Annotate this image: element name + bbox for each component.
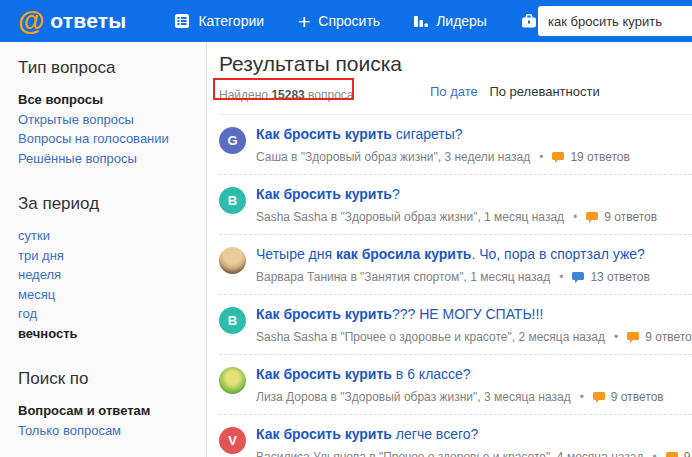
title-rest: сигареты? [392,126,463,142]
title-highlight: Как бросить курить [256,186,392,202]
question-meta: Sasha Sasha в "Прочее о здоровье и красо… [256,330,692,344]
chat-bubble-icon [627,332,639,343]
section-title: Поиск по [18,369,194,389]
title-rest: ??? НЕ МОГУ СПАТЬ!!! [392,306,543,322]
answers-count[interactable]: 9 ответов [593,390,664,404]
result-item: Как бросить курить в 6 классе? Лиза Доро… [219,354,692,414]
search-results-panel: Результаты поиска Найдено 15283 вопроса … [208,42,692,457]
logo-text: ответы [50,9,126,33]
meta-text: Василиса Ульянова в "Прочее о здоровье и… [256,450,644,457]
filter-open-questions[interactable]: Открытые вопросы [18,110,194,130]
nav-ask[interactable]: + Спросить [298,11,380,32]
result-item: B Как бросить курить??? НЕ МОГУ СПАТЬ!!!… [219,294,692,354]
plus-icon: + [298,11,310,32]
section-title: За период [18,194,194,214]
chat-bubble-icon [552,152,564,163]
result-item: G Как бросить курить сигареты? Саша в "З… [219,115,692,174]
page-title: Результаты поиска [219,52,692,76]
avatar-photo[interactable] [219,247,246,274]
bullet-separator: • [580,390,584,404]
answers-label: 9 ответов [645,330,692,344]
sort-by-relevance-link[interactable]: По релевантности [489,84,599,99]
chat-bubble-icon [572,272,584,283]
title-highlight: Как бросить курить [256,126,392,142]
found-prefix: Найдено [219,88,268,102]
filter-period-year[interactable]: год [18,304,194,324]
meta-text: Саша в "Здоровый образ жизни", 3 недели … [256,150,530,164]
briefcase-icon [521,13,537,29]
avatar[interactable]: B [219,307,246,334]
question-meta: Лиза Дорова в "Здоровый образ жизни", 3 … [256,390,692,404]
chat-bubble-icon [586,212,598,223]
meta-text: Варвара Танина в "Занятия спортом", 1 ме… [256,270,550,284]
filter-period-eternity[interactable]: вечность [18,324,194,344]
filter-all-questions[interactable]: Все вопросы [18,90,194,110]
section-title: Тип вопроса [18,58,194,78]
answers-count[interactable]: 9 ответов [627,330,692,344]
result-item: B Как бросить курить? Sasha Sasha в "Здо… [219,174,692,234]
question-meta: Варвара Танина в "Занятия спортом", 1 ме… [256,270,692,284]
answers-label: 9 ответов [684,450,692,457]
filter-search-qa[interactable]: Вопросам и ответам [18,401,194,421]
chat-bubble-icon [666,452,678,457]
found-count: 15283 [271,88,304,102]
otvety-logo[interactable]: @ ответы [18,8,126,35]
meta-text: Sasha Sasha в "Здоровый образ жизни", 1 … [256,210,564,224]
filter-period-week[interactable]: неделя [18,265,194,285]
question-meta: Василиса Ульянова в "Прочее о здоровье и… [256,450,692,457]
nav-leaders-label: Лидеры [436,13,487,29]
question-title[interactable]: Как бросить курить сигареты? [256,125,692,143]
top-header: @ ответы Категории + Спросить Лидеры Для… [0,0,692,42]
search-input[interactable] [538,6,692,36]
question-title[interactable]: Как бросить курить? [256,185,692,203]
title-rest: в 6 классе? [392,366,471,382]
sort-by-date-link[interactable]: По дате [430,84,478,99]
result-item: Четыре дня как бросила курить. Чо, пора … [219,234,692,294]
filter-period-3days[interactable]: три дня [18,246,194,266]
avatar[interactable]: B [219,187,246,214]
answers-label: 19 ответов [570,150,630,164]
filter-search-questions-only[interactable]: Только вопросам [18,421,194,441]
nav-categories[interactable]: Категории [174,13,264,29]
bullet-separator: • [614,330,618,344]
title-highlight: Как бросить курить [256,306,392,322]
nav-categories-label: Категории [198,13,264,29]
title-rest: . Чо, пора в спортзал уже? [471,246,644,262]
grid-icon [174,13,190,29]
nav-leaders[interactable]: Лидеры [414,13,487,29]
bar-chart-icon [414,14,428,29]
question-title[interactable]: Как бросить курить в 6 классе? [256,365,692,383]
filter-section-search-in: Поиск по Вопросам и ответам Только вопро… [18,369,194,440]
filter-section-period: За период сутки три дня неделя месяц год… [18,194,194,343]
mail-at-icon: @ [18,8,44,35]
title-prefix: Четыре дня [256,246,336,262]
title-highlight: как бросила курить [336,246,471,262]
result-item: V Как бросить курить легче всего? Васили… [219,414,692,457]
question-title[interactable]: Четыре дня как бросила курить. Чо, пора … [256,245,692,263]
filter-voting-questions[interactable]: Вопросы на голосовании [18,129,194,149]
avatar[interactable]: V [219,427,246,454]
question-title[interactable]: Как бросить курить легче всего? [256,425,692,443]
answers-count[interactable]: 13 ответов [572,270,650,284]
meta-text: Лиза Дорова в "Здоровый образ жизни", 3 … [256,390,571,404]
filter-resolved-questions[interactable]: Решённые вопросы [18,149,194,169]
nav-ask-label: Спросить [318,13,380,29]
title-highlight: Как бросить курить [256,426,392,442]
answers-count[interactable]: 19 ответов [552,150,630,164]
question-title[interactable]: Как бросить курить??? НЕ МОГУ СПАТЬ!!! [256,305,692,323]
filter-period-day[interactable]: сутки [18,226,194,246]
answers-count[interactable]: 9 ответов [586,210,657,224]
chat-bubble-icon [593,392,605,403]
filters-sidebar: Тип вопроса Все вопросы Открытые вопросы… [0,42,207,457]
found-suffix: вопроса [308,88,353,102]
answers-label: 9 ответов [604,210,657,224]
filter-period-month[interactable]: месяц [18,285,194,305]
question-meta: Sasha Sasha в "Здоровый образ жизни", 1 … [256,210,692,224]
avatar[interactable]: G [219,127,246,154]
avatar-photo[interactable] [219,367,246,394]
bullet-separator: • [539,150,543,164]
question-meta: Саша в "Здоровый образ жизни", 3 недели … [256,150,692,164]
answers-count[interactable]: 9 ответов [666,450,692,457]
title-highlight: Как бросить курить [256,366,392,382]
bullet-separator: • [653,450,657,457]
